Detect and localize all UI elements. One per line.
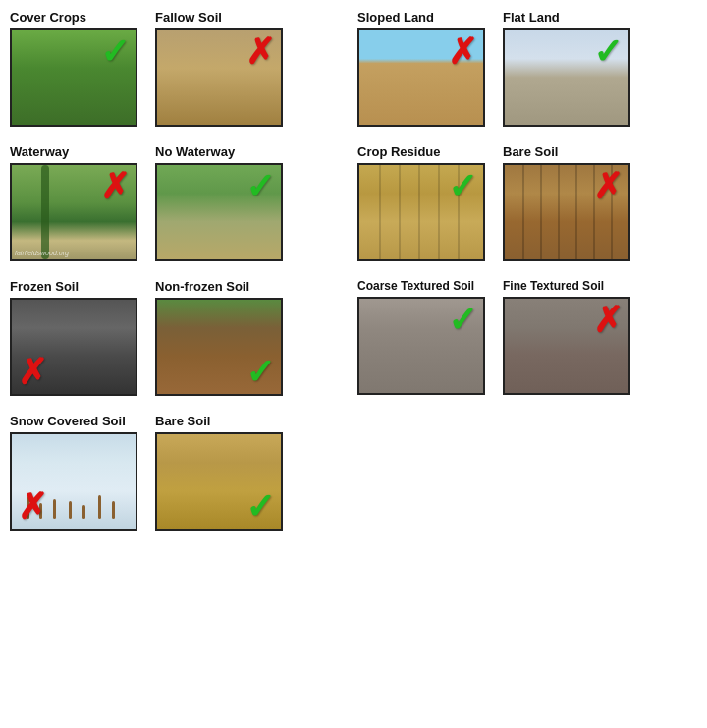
image-frozen-soil: ✗ [10,298,137,396]
row-2: Waterway fairfieldswood.org ✗ No Waterwa… [10,144,697,261]
card-fine-soil: Fine Textured Soil ✗ [503,279,630,395]
check-coarse-soil: ✓ [448,303,477,338]
image-coarse-soil: ✓ [357,297,485,395]
cross-waterway: ✗ [100,169,130,204]
row-3-right: Coarse Textured Soil ✓ Fine Textured Soi… [357,279,630,395]
card-bare-soil-1: Bare Soil ✗ [503,144,630,261]
card-bare-soil-2: Bare Soil ✓ [155,414,283,531]
label-non-frozen: Non-frozen Soil [155,279,249,294]
image-snow-covered: ✗ [10,432,137,531]
cross-bare-soil-1: ✗ [593,169,623,204]
row-3: Frozen Soil ✗ Non-frozen Soil ✓ Coarse T… [10,279,697,396]
image-bare-soil-1: ✗ [503,163,630,261]
cross-sloped-land: ✗ [448,34,477,70]
cross-fine-soil: ✗ [593,303,623,338]
row-2-right: Crop Residue ✓ Bare Soil [357,144,630,261]
label-no-waterway: No Waterway [155,144,235,159]
card-coarse-soil: Coarse Textured Soil ✓ [357,279,485,395]
image-non-frozen: ✓ [155,298,283,396]
row-4-left: Snow Covered Soil ✗ Bare Soil [10,414,283,531]
image-sloped-land: ✗ [357,28,485,127]
label-cover-crops: Cover Crops [10,10,86,25]
card-sloped-land: Sloped Land ✗ [357,10,485,127]
card-no-waterway: No Waterway ✓ [155,144,283,261]
image-fine-soil: ✗ [503,297,630,395]
main-grid: Cover Crops ✓ Fallow Soil ✗ Sloped Land [10,10,697,531]
card-fallow-soil: Fallow Soil ✗ [155,10,283,127]
label-coarse-soil: Coarse Textured Soil [357,279,474,293]
row-2-left: Waterway fairfieldswood.org ✗ No Waterwa… [10,144,283,261]
image-cover-crops: ✓ [10,28,137,127]
row-1-right: Sloped Land ✗ Flat Land ✓ [357,10,630,127]
label-bare-soil-2: Bare Soil [155,414,210,428]
image-bare-soil-2: ✓ [155,432,283,531]
label-frozen-soil: Frozen Soil [10,279,79,294]
label-sloped-land: Sloped Land [357,10,434,25]
label-fine-soil: Fine Textured Soil [503,279,604,293]
row-1: Cover Crops ✓ Fallow Soil ✗ Sloped Land [10,10,697,127]
card-crop-residue: Crop Residue ✓ [357,144,485,261]
row-1-left: Cover Crops ✓ Fallow Soil ✗ [10,10,283,127]
check-cover-crops: ✓ [100,34,130,70]
label-waterway: Waterway [10,144,69,159]
row-4: Snow Covered Soil ✗ Bare Soil [10,414,697,531]
card-non-frozen: Non-frozen Soil ✓ [155,279,283,396]
image-no-waterway: ✓ [155,163,283,261]
row-3-left: Frozen Soil ✗ Non-frozen Soil ✓ [10,279,283,396]
card-snow-covered: Snow Covered Soil ✗ [10,414,137,531]
card-cover-crops: Cover Crops ✓ [10,10,137,127]
label-fallow-soil: Fallow Soil [155,10,222,25]
card-flat-land: Flat Land ✓ [503,10,630,127]
check-bare-soil-2: ✓ [245,489,275,525]
card-frozen-soil: Frozen Soil ✗ [10,279,137,396]
cross-frozen-soil: ✗ [18,355,47,390]
check-flat-land: ✓ [593,34,623,70]
image-waterway: fairfieldswood.org ✗ [10,163,137,261]
cross-snow-covered: ✗ [18,489,47,525]
check-crop-residue: ✓ [448,169,477,204]
image-flat-land: ✓ [503,28,630,127]
watermark-waterway: fairfieldswood.org [15,250,69,256]
card-waterway: Waterway fairfieldswood.org ✗ [10,144,137,261]
check-non-frozen: ✓ [245,355,275,390]
label-snow-covered: Snow Covered Soil [10,414,126,428]
label-crop-residue: Crop Residue [357,144,441,159]
cross-fallow-soil: ✗ [245,34,275,70]
image-fallow-soil: ✗ [155,28,283,127]
label-flat-land: Flat Land [503,10,560,25]
image-crop-residue: ✓ [357,163,485,261]
check-no-waterway: ✓ [245,169,275,204]
label-bare-soil-1: Bare Soil [503,144,558,159]
